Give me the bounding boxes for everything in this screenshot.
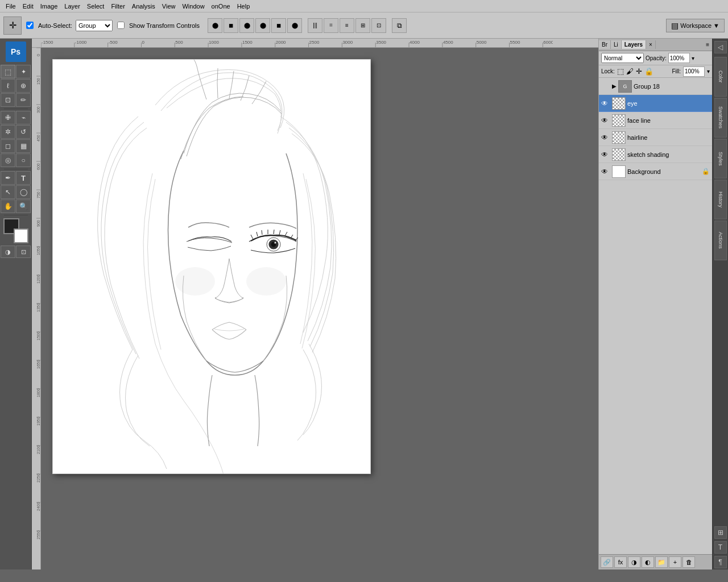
screen-mode-btn[interactable]: ⊡ [16,246,31,258]
panel-icon-3[interactable]: ¶ [714,556,727,568]
quick-mask-btn[interactable]: ◑ [1,246,15,258]
menu-analysis[interactable]: Analysis [129,2,159,11]
link-layers-btn[interactable]: 🔗 [601,556,613,568]
align-left-icon[interactable]: ⬤ [208,18,222,33]
layer-row-group18[interactable]: 👁 ▶ G Group 18 [599,78,712,95]
clone-tool-btn[interactable]: ✲ [1,125,15,139]
layer-row-eye[interactable]: 👁 eye [599,95,712,112]
zoom-tool-btn[interactable]: 🔍 [16,199,31,213]
distribute-v-icon[interactable]: = [324,18,338,33]
menu-edit[interactable]: Edit [19,2,37,11]
distribute-h-icon[interactable]: ||| [308,18,322,33]
blend-mode-select[interactable]: Normal [601,53,644,63]
actions-panel-tab[interactable]: Actions [714,221,727,260]
lasso-tool-btn[interactable]: ℓ [1,79,15,93]
arrange-icon[interactable]: ⧉ [392,18,407,33]
new-group-btn[interactable]: 📁 [655,556,668,568]
collapse-panel-btn[interactable]: ◁ [714,41,727,53]
direct-select-btn[interactable]: ↖ [1,185,15,199]
dodge-tool-btn[interactable]: ○ [16,153,31,167]
hand-tool-btn[interactable]: ✋ [1,199,15,213]
lock-image-icon[interactable]: 🖌 [626,67,634,76]
opacity-input[interactable] [668,53,690,63]
panel-tab-br[interactable]: Br [599,40,611,49]
lock-position-icon[interactable]: ✛ [636,67,642,76]
align-bottom-icon[interactable]: ⬤ [287,18,302,33]
menu-filter[interactable]: Filter [107,2,128,11]
history-panel-tab[interactable]: History [714,180,727,219]
fill-arrow-btn[interactable]: ▾ [707,68,710,74]
layer-eye-background[interactable]: 👁 [601,168,610,176]
history-brush-btn[interactable]: ↺ [16,125,31,139]
blur-tool-btn[interactable]: ◎ [1,153,15,167]
distribute-icon5[interactable]: ⊡ [371,18,386,33]
magic-tool-btn[interactable]: ✦ [16,65,31,78]
menu-view[interactable]: View [159,2,179,11]
panel-icon-2[interactable]: T [714,541,727,554]
crop-tool-btn[interactable]: ⊡ [1,93,15,107]
brush-tool-btn[interactable]: ⌁ [16,111,31,124]
adjustment-layer-btn[interactable]: ◐ [642,556,654,568]
layer-mask-btn[interactable]: ◑ [628,556,640,568]
transform-controls-checkbox[interactable] [117,22,125,29]
background-color[interactable] [14,228,28,243]
layer-eye-icon[interactable]: 👁 [601,99,610,107]
layer-eye-hairline[interactable]: 👁 [601,134,610,142]
distribute-icon4[interactable]: ⊞ [355,18,370,33]
eyedropper-tool-btn[interactable]: ✏ [16,93,31,107]
shape-tool-btn[interactable]: ◯ [16,185,31,199]
menu-file[interactable]: File [2,2,19,11]
layer-row-faceline[interactable]: 👁 face line [599,112,712,129]
align-top-icon[interactable]: ⬤ [255,18,270,33]
menu-help[interactable]: Help [234,2,254,11]
panel-tab-layers[interactable]: Layers [622,40,646,49]
heal-tool-btn[interactable]: ✙ [1,111,15,124]
layer-eye-faceline[interactable]: 👁 [601,117,610,124]
opacity-arrow-btn[interactable]: ▾ [692,55,694,61]
menu-image[interactable]: Image [37,2,61,11]
text-tool-btn[interactable]: T [16,171,31,185]
menu-layer[interactable]: Layer [61,2,84,11]
svg-point-13 [175,267,215,296]
selection-tool-btn[interactable]: ⬚ [1,65,15,78]
quick-selection-btn[interactable]: ⊕ [16,79,31,93]
canvas-area[interactable] [41,48,598,569]
eraser-tool-btn[interactable]: ◻ [1,139,15,153]
menu-onone[interactable]: onOne [208,2,234,11]
distribute-icon3[interactable]: ≡ [340,18,354,33]
delete-layer-btn[interactable]: 🗑 [682,556,695,568]
move-tool-btn[interactable]: ✛ [3,16,22,35]
path-tool-btn[interactable]: ✒ [1,171,15,185]
styles-panel-tab[interactable]: Styles [714,139,727,178]
tools-panel: Ps ⬚ ✦ ℓ ⊕ ⊡ ✏ ✙ ⌁ ✲ ↺ ◻ ▦ ◎ ○ [0,39,32,569]
lock-all-icon[interactable]: 🔒 [644,67,653,76]
layer-row-hairline[interactable]: 👁 hairline [599,129,712,146]
panel-icon-1[interactable]: ⊞ [714,526,727,539]
lock-transparent-icon[interactable]: ⬚ [617,67,624,76]
auto-select-checkbox[interactable] [26,22,34,29]
fill-input[interactable] [683,66,705,77]
panel-tab-li[interactable]: Li [611,40,622,49]
layer-row-sketch[interactable]: 👁 sketch shading [599,146,712,163]
lock-row: Lock: ⬚ 🖌 ✛ 🔒 Fill: ▾ [599,65,712,78]
panel-tab-close[interactable]: × [646,40,656,49]
layer-row-background[interactable]: 👁 Background 🔒 [599,163,712,180]
align-center-h-icon[interactable]: ◼ [224,18,238,33]
layer-style-btn[interactable]: fx [614,556,627,568]
menu-window[interactable]: Window [179,2,208,11]
layers-list: 👁 ▶ G Group 18 👁 eye 👁 face line [599,78,712,554]
workspace-dropdown[interactable]: ▤ Workspace ▼ [666,19,725,32]
color-panel-tab[interactable]: Color [714,57,727,97]
layers-bottom-bar: 🔗 fx ◑ ◐ 📁 + 🗑 [599,554,712,569]
align-right-icon[interactable]: ⬤ [239,18,254,33]
svg-line-6 [262,230,262,235]
group-select-dropdown[interactable]: Group Layer [76,20,113,31]
menu-select[interactable]: Select [84,2,108,11]
align-center-v-icon[interactable]: ◼ [271,18,286,33]
panel-menu-btn[interactable]: ≡ [703,40,712,49]
gradient-tool-btn[interactable]: ▦ [16,139,31,153]
new-layer-btn[interactable]: + [669,556,681,568]
layer-eye-sketch[interactable]: 👁 [601,151,610,159]
swatches-panel-tab[interactable]: Swatches [714,98,727,138]
layer-lock-icon: 🔒 [702,168,710,175]
